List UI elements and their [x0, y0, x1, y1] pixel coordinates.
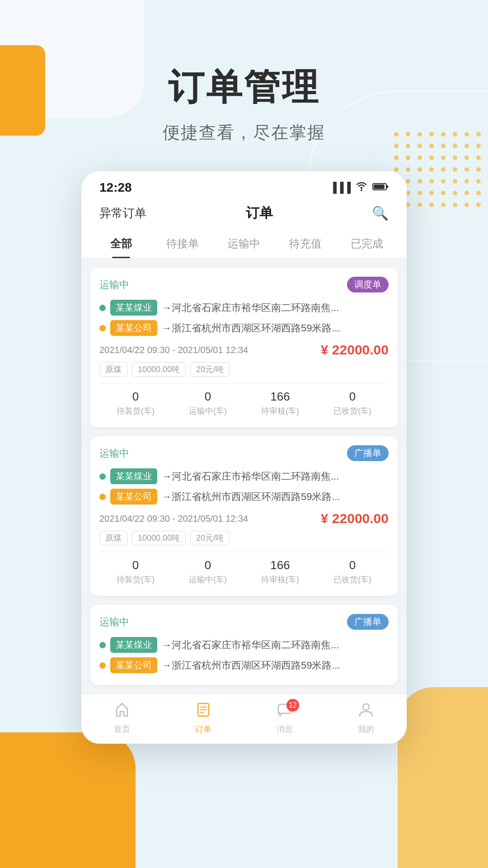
route-text-2: →浙江省杭州市西湖区环湖西路59米路...: [162, 321, 389, 335]
company-tag-1: 某某煤业: [110, 300, 157, 316]
order-card[interactable]: 运输中 调度单 某某煤业 →河北省石家庄市裕华区南二环路南焦... 某某公司 →…: [90, 268, 398, 427]
stat-num: 0: [333, 390, 371, 404]
nav-bar: 异常订单 订单 🔍: [81, 199, 407, 229]
dot-orange: [99, 325, 106, 331]
stat-num: 0: [117, 558, 155, 572]
search-icon[interactable]: 🔍: [372, 205, 389, 221]
orders-list: 运输中 调度单 某某煤业 →河北省石家庄市裕华区南二环路南焦... 某某公司 →…: [81, 259, 407, 694]
nav-left-label[interactable]: 异常订单: [99, 205, 146, 221]
stat-num: 166: [261, 390, 299, 404]
route-row-1: 某某煤业 →河北省石家庄市裕华区南二环路南焦...: [99, 637, 389, 653]
stat-waiting-load: 0 待装货(车): [117, 558, 155, 585]
home-icon: [114, 702, 130, 722]
route-text-1: →河北省石家庄市裕华区南二环路南焦...: [162, 638, 389, 652]
route-text-1: →河北省石家庄市裕华区南二环路南焦...: [162, 301, 389, 315]
route-row-1: 某某煤业 →河北省石家庄市裕华区南二环路南焦...: [99, 300, 389, 316]
nav-item-messages[interactable]: 12 消息: [277, 702, 293, 735]
phone-mockup: 12:28 ▐▐▐ 异常订单 订单 🔍: [81, 171, 407, 744]
route-row-2: 某某公司 →浙江省杭州市西湖区环湖西路59米路...: [99, 489, 389, 505]
route-row-2: 某某公司 →浙江省杭州市西湖区环湖西路59米路...: [99, 320, 389, 336]
info-tags-row: 原煤 10000.00吨 20元/吨: [99, 362, 389, 377]
route-text-2: →浙江省杭州市西湖区环湖西路59米路...: [162, 490, 389, 504]
stat-waiting-load: 0 待装货(车): [117, 390, 155, 416]
stat-label: 运输中(车): [189, 406, 227, 416]
orders-icon: [195, 702, 211, 722]
tab-pending[interactable]: 待接单: [152, 229, 213, 258]
order-date: 2021/04/22 09:30 - 2021/05/01 12:34: [99, 514, 248, 524]
nav-label-messages: 消息: [277, 724, 293, 735]
stat-label: 待审核(车): [261, 406, 299, 416]
bottom-nav: 首页 订单 12: [81, 694, 407, 744]
profile-icon: [358, 702, 374, 722]
stats-row: 0 待装货(车) 0 运输中(车) 166 待审核(车) 0 已收货(车): [99, 552, 389, 587]
info-tag-price-unit: 20元/吨: [190, 531, 230, 545]
stat-label: 待审核(车): [261, 574, 299, 585]
dot-green: [99, 305, 106, 311]
nav-label-home: 首页: [114, 724, 130, 735]
signal-icon: ▐▐▐: [329, 182, 351, 193]
order-card[interactable]: 运输中 广播单 某某煤业 →河北省石家庄市裕华区南二环路南焦... 某某公司 →…: [90, 436, 398, 596]
date-price-row: 2021/04/22 09:30 - 2021/05/01 12:34 ¥ 22…: [99, 342, 389, 358]
page-title: 订单管理: [0, 63, 488, 112]
order-date: 2021/04/22 09:30 - 2021/05/01 12:34: [99, 345, 248, 355]
dot-orange: [99, 494, 106, 500]
stat-in-transit: 0 运输中(车): [189, 558, 227, 585]
stats-row: 0 待装货(车) 0 运输中(车) 166 待审核(车) 0 已收货(车): [99, 383, 389, 418]
route-text-1: →河北省石家庄市裕华区南二环路南焦...: [162, 470, 389, 483]
tab-transit[interactable]: 运输中: [213, 229, 275, 258]
tab-recharge[interactable]: 待充值: [275, 229, 336, 258]
info-tag-weight: 10000.00吨: [132, 531, 186, 545]
nav-center-label: 订单: [246, 204, 273, 222]
order-status: 运输中: [99, 278, 129, 292]
message-badge: 12: [286, 699, 299, 712]
svg-rect-3: [387, 185, 388, 188]
order-status: 运输中: [99, 447, 129, 460]
company-tag-1: 某某煤业: [110, 637, 157, 653]
svg-point-9: [363, 704, 369, 710]
order-status: 运输中: [99, 615, 129, 629]
nav-item-profile[interactable]: 我的: [358, 702, 374, 735]
stat-in-transit: 0 运输中(车): [189, 390, 227, 416]
nav-label-profile: 我的: [358, 724, 374, 735]
svg-rect-2: [374, 184, 385, 189]
stat-label: 待装货(车): [117, 574, 155, 585]
route-row-2: 某某公司 →浙江省杭州市西湖区环湖西路59米路...: [99, 657, 389, 673]
stat-label: 已收货(车): [333, 406, 371, 416]
info-tag-coal: 原煤: [99, 531, 127, 545]
order-badge: 广播单: [347, 614, 389, 630]
dot-green: [99, 473, 106, 480]
tab-all[interactable]: 全部: [90, 229, 152, 258]
order-card[interactable]: 运输中 广播单 某某煤业 →河北省石家庄市裕华区南二环路南焦... 某某公司 →…: [90, 605, 398, 685]
date-price-row: 2021/04/22 09:30 - 2021/05/01 12:34 ¥ 22…: [99, 511, 389, 526]
stat-num: 0: [189, 390, 227, 404]
card-header: 运输中 广播单: [99, 614, 389, 630]
stat-received: 0 已收货(车): [333, 558, 371, 585]
info-tag-coal: 原煤: [99, 362, 127, 377]
stat-pending-review: 166 待审核(车): [261, 558, 299, 585]
company-tag-1: 某某煤业: [110, 468, 157, 484]
info-tags-row: 原煤 10000.00吨 20元/吨: [99, 531, 389, 545]
info-tag-price-unit: 20元/吨: [190, 362, 230, 377]
bg-bottom-right-deco: [398, 687, 488, 868]
nav-item-home[interactable]: 首页: [114, 702, 130, 735]
stat-received: 0 已收货(车): [333, 390, 371, 416]
info-tag-weight: 10000.00吨: [132, 362, 186, 377]
dot-orange: [99, 662, 106, 669]
battery-icon: [372, 182, 389, 193]
tabs-bar: 全部 待接单 运输中 待充值 已完成: [81, 229, 407, 259]
order-price: ¥ 22000.00: [321, 342, 389, 358]
order-badge: 广播单: [347, 445, 389, 461]
route-text-2: →浙江省杭州市西湖区环湖西路59米路...: [162, 659, 389, 672]
status-time: 12:28: [99, 180, 132, 195]
stat-pending-review: 166 待审核(车): [261, 390, 299, 416]
company-tag-2: 某某公司: [110, 657, 157, 673]
svg-point-0: [361, 189, 362, 191]
company-tag-2: 某某公司: [110, 489, 157, 505]
nav-item-orders[interactable]: 订单: [195, 702, 211, 735]
stat-label: 运输中(车): [189, 574, 227, 585]
order-price: ¥ 22000.00: [321, 511, 389, 526]
tab-done[interactable]: 已完成: [336, 229, 398, 258]
company-tag-2: 某某公司: [110, 320, 157, 336]
card-header: 运输中 广播单: [99, 445, 389, 461]
dot-green: [99, 642, 106, 648]
